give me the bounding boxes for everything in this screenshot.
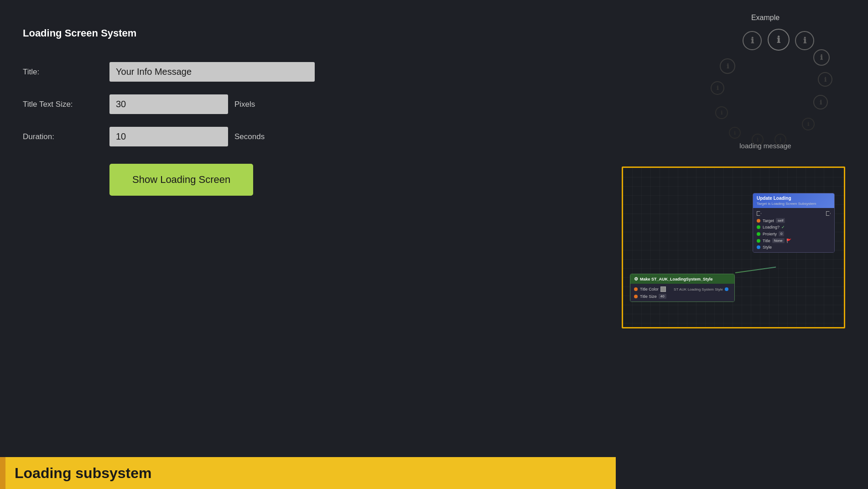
update-node-subtitle: Target is Loading Screen Subsystem <box>757 202 816 206</box>
text-size-input[interactable] <box>109 94 228 114</box>
title-pin-row: Title None 🚩 <box>756 237 832 244</box>
page-title: Loading Screen System <box>23 27 365 39</box>
style-output-pin <box>725 287 728 291</box>
seconds-unit: Seconds <box>234 132 265 141</box>
title-color-pin <box>634 287 638 291</box>
info-icon-8: ℹ <box>720 58 735 74</box>
blueprint-panel: Update Loading Target is Loading Screen … <box>622 166 845 328</box>
loading-message: loading message <box>702 142 829 150</box>
example-panel: Example ℹ ℹ ℹ ℹ ℹ ℹ ℹ ℹ ℹ ℹ ℹ ℹ ℹ loadin… <box>686 14 845 154</box>
style-output-label: ST AUK Loading System Style <box>674 287 723 291</box>
info-icon-3: ℹ <box>795 31 814 50</box>
title-row: Title: <box>23 62 365 82</box>
loading-label: Loading? <box>763 225 780 229</box>
text-size-label: Title Text Size: <box>23 100 109 109</box>
blueprint-inner: Update Loading Target is Loading Screen … <box>623 168 844 327</box>
title-input[interactable] <box>109 62 315 82</box>
update-node-body: Target self Loading? ✓ Proierty 0 <box>753 208 834 252</box>
title-pin-label: Title <box>763 239 770 243</box>
info-icon-10: ℹ <box>715 106 728 119</box>
style-pin-dot <box>757 245 760 249</box>
title-flag: 🚩 <box>786 239 791 243</box>
text-size-row: Title Text Size: Pixels <box>23 94 365 114</box>
proierty-pin-row: Proierty 0 <box>756 230 832 237</box>
proierty-pin-dot <box>757 232 760 236</box>
form-panel: Loading Screen System Title: Title Text … <box>23 27 365 196</box>
info-icon-9: ℹ <box>711 81 724 95</box>
style-pin-row: Style <box>756 244 832 250</box>
make-node-title: Make ST_AUK_LoadingSystem_Style <box>640 277 713 281</box>
proierty-label: Proierty <box>763 232 777 236</box>
connection-line <box>735 266 776 273</box>
exec-row <box>756 210 832 217</box>
example-label: Example <box>686 14 845 22</box>
title-size-row: Title Size 40 <box>633 293 732 300</box>
target-label: Target <box>763 218 774 223</box>
banner-accent <box>0 457 5 489</box>
update-node-header: Update Loading Target is Loading Screen … <box>753 193 834 208</box>
show-loading-screen-button[interactable]: Show Loading Screen <box>109 164 253 196</box>
loading-checkmark: ✓ <box>781 225 785 229</box>
duration-input[interactable] <box>109 127 228 146</box>
style-pin-label: Style <box>763 245 772 250</box>
make-icon: ⚙ <box>634 276 638 281</box>
loading-circle-container: ℹ ℹ ℹ ℹ ℹ ℹ ℹ ℹ ℹ ℹ ℹ ℹ ℹ loading messag… <box>702 26 829 154</box>
make-node: ⚙ Make ST_AUK_LoadingSystem_Style Title … <box>630 274 735 302</box>
update-node-title: Update Loading <box>757 196 791 201</box>
bottom-banner: Loading subsystem <box>0 457 616 489</box>
exec-pin-out <box>826 211 831 216</box>
info-icon-7: ℹ <box>802 118 815 130</box>
update-loading-node: Update Loading Target is Loading Screen … <box>753 193 835 253</box>
duration-label: Duration: <box>23 132 109 141</box>
title-pin-value: None <box>772 238 785 243</box>
info-icon-11: ℹ <box>729 127 741 139</box>
loading-pin-dot <box>757 225 760 229</box>
info-icon-2: ℹ <box>768 29 790 51</box>
main-area: Loading Screen System Title: Title Text … <box>0 0 868 489</box>
title-color-label: Title Color <box>640 287 659 291</box>
title-size-label: Title Size <box>640 294 657 299</box>
pixels-unit: Pixels <box>234 100 255 109</box>
title-color-row: Title Color ST AUK Loading System Style <box>633 286 732 293</box>
banner-title: Loading subsystem <box>15 465 152 482</box>
target-pin-row: Target self <box>756 217 832 224</box>
loading-pin-row: Loading? ✓ <box>756 224 832 230</box>
duration-row: Duration: Seconds <box>23 127 365 146</box>
info-icon-1: ℹ <box>743 31 762 50</box>
target-pin-dot <box>757 219 760 223</box>
title-color-swatch <box>660 286 666 292</box>
info-icon-5: ℹ <box>818 72 832 87</box>
proierty-value: 0 <box>779 231 784 236</box>
target-value: self <box>776 218 785 223</box>
info-icon-6: ℹ <box>813 95 828 109</box>
info-icon-4: ℹ <box>813 49 830 66</box>
title-size-pin <box>634 295 638 298</box>
title-pin-dot <box>757 239 760 243</box>
make-node-header: ⚙ Make ST_AUK_LoadingSystem_Style <box>630 274 734 284</box>
title-label: Title: <box>23 68 109 77</box>
make-node-body: Title Color ST AUK Loading System Style … <box>630 284 734 302</box>
exec-pin-in <box>757 211 761 216</box>
title-size-value: 40 <box>659 294 666 299</box>
